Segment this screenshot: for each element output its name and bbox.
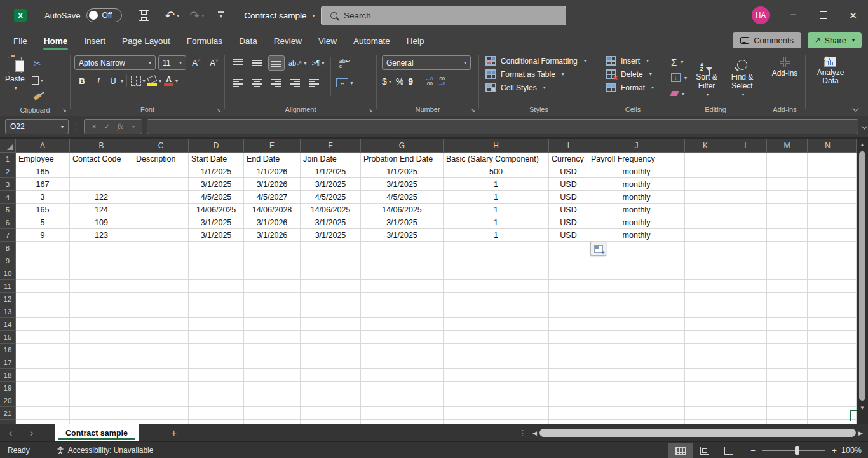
- cell-J17[interactable]: [588, 356, 685, 369]
- cell-H13[interactable]: [444, 305, 549, 318]
- cell-I13[interactable]: [549, 305, 588, 318]
- cell-x12[interactable]: [848, 293, 857, 305]
- cell-G6[interactable]: 3/1/2025: [361, 216, 444, 229]
- cell-x13[interactable]: [848, 305, 857, 318]
- cell-N16[interactable]: [808, 344, 848, 356]
- cell-F2[interactable]: 1/1/2025: [301, 165, 361, 178]
- cell-K2[interactable]: [685, 165, 726, 178]
- cell-D3[interactable]: 3/1/2025: [189, 178, 244, 191]
- avatar[interactable]: HA: [752, 6, 770, 24]
- cell-D16[interactable]: [189, 344, 244, 356]
- percent-style-button[interactable]: %: [396, 74, 403, 88]
- cell-A3[interactable]: 167: [16, 178, 70, 191]
- cell-B7[interactable]: 123: [70, 229, 133, 242]
- zoom-out-button[interactable]: −: [750, 446, 756, 455]
- cell-I10[interactable]: [549, 267, 588, 280]
- cell-J9[interactable]: [588, 254, 685, 267]
- cell-N4[interactable]: [808, 191, 848, 204]
- cell-C3[interactable]: [133, 178, 189, 191]
- cell-x3[interactable]: [848, 178, 857, 191]
- cell-K9[interactable]: [685, 254, 726, 267]
- horizontal-scrollbar[interactable]: ◀ ▶: [532, 427, 863, 438]
- cell-H10[interactable]: [444, 267, 549, 280]
- cell-x11[interactable]: [848, 280, 857, 293]
- row-header-15[interactable]: 15: [0, 331, 16, 344]
- cell-G15[interactable]: [361, 331, 444, 344]
- cell-L13[interactable]: [726, 305, 767, 318]
- cell-N13[interactable]: [808, 305, 848, 318]
- cell-I7[interactable]: USD: [549, 229, 588, 242]
- cell-H19[interactable]: [444, 382, 549, 394]
- cell-I19[interactable]: [549, 382, 588, 394]
- cell-K6[interactable]: [685, 216, 726, 229]
- decrease-indent-button[interactable]: [287, 76, 302, 90]
- cell-x16[interactable]: [848, 344, 857, 356]
- cell-E5[interactable]: 14/06/2028: [244, 204, 301, 216]
- cell-H7[interactable]: 1: [444, 229, 549, 242]
- orientation-button[interactable]: ab↗: [288, 56, 306, 70]
- cell-H15[interactable]: [444, 331, 549, 344]
- cell-J22[interactable]: [588, 420, 685, 424]
- cell-E20[interactable]: [244, 394, 301, 407]
- cell-F3[interactable]: 3/1/2025: [301, 178, 361, 191]
- cell-B16[interactable]: [70, 344, 133, 356]
- cell-M12[interactable]: [767, 293, 808, 305]
- cell-G18[interactable]: [361, 369, 444, 382]
- accessibility-status[interactable]: Accessibility: Unavailable: [57, 446, 154, 455]
- cell-F7[interactable]: 3/1/2025: [301, 229, 361, 242]
- cell-K21[interactable]: [685, 407, 726, 420]
- align-bottom-button[interactable]: [268, 55, 285, 71]
- normal-view-button[interactable]: [668, 443, 693, 458]
- format-cells-button[interactable]: Format: [606, 83, 654, 92]
- cell-B18[interactable]: [70, 369, 133, 382]
- cell-G10[interactable]: [361, 267, 444, 280]
- row-header-12[interactable]: 12: [0, 293, 16, 305]
- tab-data[interactable]: Data: [231, 31, 266, 51]
- cell-M14[interactable]: [767, 318, 808, 331]
- cell-A16[interactable]: [16, 344, 70, 356]
- cell-C7[interactable]: [133, 229, 189, 242]
- insert-function-button[interactable]: fx: [117, 121, 123, 132]
- cell-D5[interactable]: 14/06/2025: [189, 204, 244, 216]
- align-left-button[interactable]: [230, 76, 245, 90]
- cell-L3[interactable]: [726, 178, 767, 191]
- column-header-N[interactable]: N: [808, 139, 848, 153]
- cell-H12[interactable]: [444, 293, 549, 305]
- cell-C14[interactable]: [133, 318, 189, 331]
- cell-C8[interactable]: [133, 242, 189, 254]
- cell-A18[interactable]: [16, 369, 70, 382]
- cell-I4[interactable]: USD: [549, 191, 588, 204]
- vertical-scroll-thumb[interactable]: [859, 151, 865, 401]
- cell-x8[interactable]: [848, 242, 857, 254]
- conditional-formatting-button[interactable]: Conditional Formatting: [485, 56, 587, 66]
- cut-button[interactable]: ✂: [30, 57, 45, 71]
- paste-dropdown-icon[interactable]: [15, 85, 17, 91]
- copy-dropdown-icon[interactable]: [41, 78, 43, 83]
- scrollbar-grip-icon[interactable]: ⋮: [519, 428, 527, 438]
- cell-H20[interactable]: [444, 394, 549, 407]
- cell-J13[interactable]: [588, 305, 685, 318]
- cell-M19[interactable]: [767, 382, 808, 394]
- tab-view[interactable]: View: [310, 31, 345, 51]
- cell-B21[interactable]: [70, 407, 133, 420]
- cell-D6[interactable]: 3/1/2025: [189, 216, 244, 229]
- row-header-22[interactable]: 22: [0, 420, 16, 424]
- cell-D2[interactable]: 1/1/2025: [189, 165, 244, 178]
- cell-F19[interactable]: [301, 382, 361, 394]
- cell-N12[interactable]: [808, 293, 848, 305]
- addins-button[interactable]: Add-ins: [767, 55, 803, 79]
- cell-I18[interactable]: [549, 369, 588, 382]
- cell-J21[interactable]: [588, 407, 685, 420]
- cell-L6[interactable]: [726, 216, 767, 229]
- cell-J2[interactable]: monthly: [588, 165, 685, 178]
- cell-M13[interactable]: [767, 305, 808, 318]
- cell-M2[interactable]: [767, 165, 808, 178]
- cell-H4[interactable]: 1: [444, 191, 549, 204]
- row-header-21[interactable]: 21: [0, 407, 16, 420]
- column-header-F[interactable]: F: [301, 139, 361, 153]
- cell-H11[interactable]: [444, 280, 549, 293]
- excel-logo-icon[interactable]: X: [14, 9, 27, 22]
- cell-B5[interactable]: 124: [70, 204, 133, 216]
- cell-A5[interactable]: 165: [16, 204, 70, 216]
- cell-G14[interactable]: [361, 318, 444, 331]
